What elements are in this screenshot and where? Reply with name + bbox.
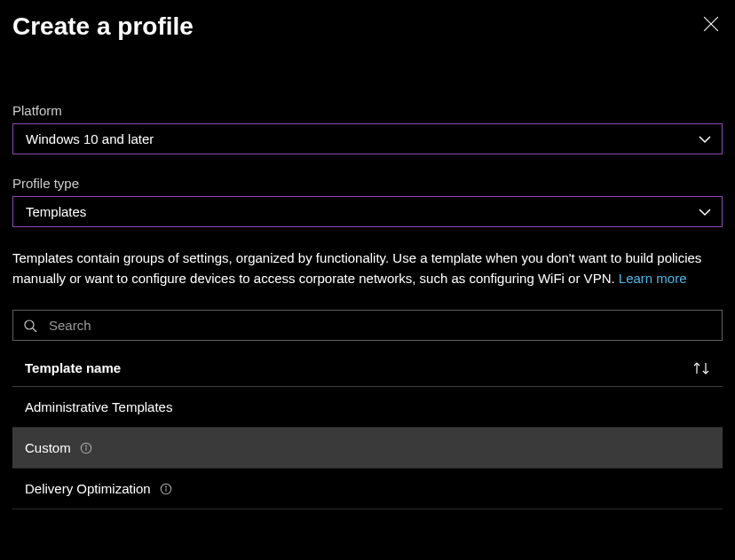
platform-label: Platform — [12, 103, 723, 118]
learn-more-link[interactable]: Learn more — [619, 271, 687, 286]
info-icon[interactable] — [160, 483, 172, 495]
table-row[interactable]: Delivery Optimization — [12, 469, 723, 509]
close-button[interactable] — [699, 12, 723, 35]
info-icon[interactable] — [80, 442, 92, 454]
table-row[interactable]: Administrative Templates — [12, 387, 723, 428]
svg-point-11 — [165, 485, 166, 486]
description-body: Templates contain groups of settings, or… — [12, 250, 701, 286]
description-text: Templates contain groups of settings, or… — [12, 248, 723, 288]
column-header-name[interactable]: Template name — [25, 360, 121, 375]
template-name: Custom — [25, 440, 71, 455]
page-title: Create a profile — [12, 12, 194, 41]
profile-type-label: Profile type — [12, 176, 723, 191]
table-header: Template name — [12, 350, 723, 387]
template-name: Administrative Templates — [25, 399, 172, 414]
platform-select[interactable]: Windows 10 and later — [12, 123, 723, 154]
svg-point-8 — [85, 445, 86, 446]
close-icon — [703, 16, 719, 32]
sort-icon[interactable] — [692, 361, 710, 375]
table-row[interactable]: Custom — [12, 428, 723, 469]
search-input[interactable] — [12, 310, 723, 341]
profile-type-select[interactable]: Templates — [12, 196, 723, 227]
template-name: Delivery Optimization — [25, 481, 151, 496]
